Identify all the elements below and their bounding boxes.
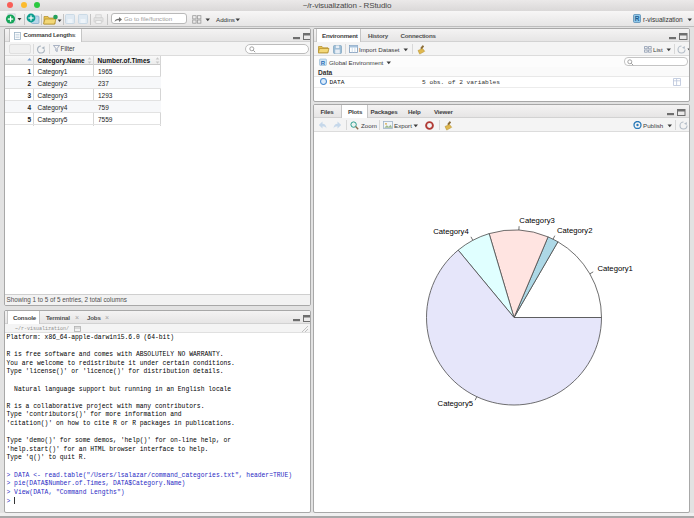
svg-text:Category4: Category4 bbox=[433, 227, 469, 236]
svg-text:R: R bbox=[635, 14, 640, 21]
svg-text:R: R bbox=[321, 60, 326, 66]
svg-text:Category3: Category3 bbox=[519, 216, 554, 225]
svg-text:Category1: Category1 bbox=[597, 264, 632, 273]
svg-text:Category2: Category2 bbox=[557, 226, 592, 235]
svg-text:Category5: Category5 bbox=[438, 399, 473, 408]
